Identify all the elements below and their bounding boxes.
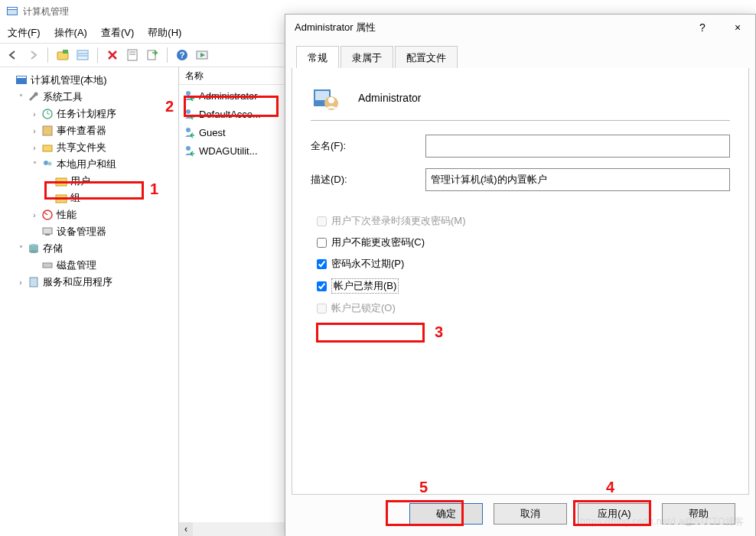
svg-rect-11 xyxy=(148,50,155,60)
close-button[interactable]: × xyxy=(720,16,755,39)
tree-device-manager[interactable]: 设备管理器 xyxy=(57,225,106,239)
user-name: Administrator xyxy=(199,90,258,102)
chk-disabled-lbl: 帐户已禁用(B) xyxy=(331,278,399,294)
tab-profile[interactable]: 配置文件 xyxy=(395,46,458,69)
ok-button[interactable]: 确定 xyxy=(409,503,483,525)
expand-icon[interactable]: ˅ xyxy=(29,159,40,170)
col-name: 名称 xyxy=(185,70,204,83)
svg-rect-1 xyxy=(8,8,17,9)
menu-view[interactable]: 查看(V) xyxy=(101,26,134,40)
dialog-titlebar[interactable]: Administrator 属性 ? × xyxy=(285,15,755,41)
tree-performance[interactable]: 性能 xyxy=(57,208,77,222)
annotation-label-1: 1 xyxy=(150,180,158,198)
annotation-label-5: 5 xyxy=(419,479,428,496)
back-button[interactable] xyxy=(5,47,21,63)
expand-icon[interactable]: › xyxy=(29,125,40,136)
disk-icon xyxy=(41,259,54,271)
main-title: 计算机管理 xyxy=(23,5,69,18)
svg-rect-20 xyxy=(43,126,52,135)
tree-services-apps[interactable]: 服务和应用程序 xyxy=(43,275,112,289)
details-icon[interactable] xyxy=(74,47,91,63)
menu-action[interactable]: 操作(A) xyxy=(54,26,87,40)
chk-never-expire-box[interactable] xyxy=(317,259,327,269)
user-name: Guest xyxy=(199,127,226,138)
user-name: WDAGUtilit... xyxy=(199,145,258,157)
tree-users[interactable]: 用户 xyxy=(70,174,90,188)
user-name: DefaultAcco... xyxy=(199,109,261,120)
app-icon xyxy=(6,5,18,18)
svg-rect-21 xyxy=(43,145,52,151)
chk-locked-box xyxy=(317,304,327,313)
expand-icon[interactable]: ˅ xyxy=(15,92,26,102)
blank-twist xyxy=(43,176,54,187)
svg-rect-4 xyxy=(63,50,68,54)
tree-event-viewer[interactable]: 事件查看器 xyxy=(57,124,106,138)
tab-general[interactable]: 常规 xyxy=(296,46,339,69)
svg-rect-24 xyxy=(56,178,67,186)
new-folder-icon[interactable] xyxy=(54,47,71,63)
run-icon[interactable] xyxy=(194,47,210,63)
check-change-next: 用户下次登录时须更改密码(M) xyxy=(317,214,730,228)
help-button[interactable]: ? xyxy=(685,16,720,39)
chk-change-next-box xyxy=(317,216,327,226)
tree-local-users-groups[interactable]: 本地用户和组 xyxy=(57,158,116,171)
tree-disk-management[interactable]: 磁盘管理 xyxy=(57,258,96,272)
menu-file[interactable]: 文件(F) xyxy=(8,26,41,40)
cancel-button[interactable]: 取消 xyxy=(494,503,567,525)
expand-icon[interactable]: › xyxy=(29,210,40,220)
expand-icon[interactable]: › xyxy=(15,277,26,287)
expand-icon[interactable]: › xyxy=(29,109,40,119)
user-arrow-icon xyxy=(184,108,196,120)
user-display-name: Administrator xyxy=(358,92,421,104)
annotation-label-4: 4 xyxy=(606,479,614,496)
svg-point-18 xyxy=(34,93,38,96)
tree-task-scheduler[interactable]: 任务计划程序 xyxy=(57,107,116,121)
svg-point-31 xyxy=(29,250,38,253)
check-disabled[interactable]: 帐户已禁用(B) xyxy=(317,278,730,294)
check-locked: 帐户已锁定(O) xyxy=(317,301,730,315)
user-arrow-icon xyxy=(184,89,196,102)
fullname-field[interactable] xyxy=(425,135,730,158)
delete-icon[interactable] xyxy=(104,47,121,63)
description-field[interactable] xyxy=(425,168,730,191)
services-icon xyxy=(28,276,40,288)
blank-twist xyxy=(29,226,40,237)
chk-cannot-change-box[interactable] xyxy=(317,238,327,248)
chk-locked-lbl: 帐户已锁定(O) xyxy=(331,301,396,315)
event-icon xyxy=(41,125,54,137)
svg-rect-17 xyxy=(17,76,26,78)
properties-dialog: Administrator 属性 ? × 常规 隶属于 配置文件 Adminis… xyxy=(285,14,756,536)
svg-point-34 xyxy=(186,91,191,96)
check-never-expire[interactable]: 密码永不过期(P) xyxy=(317,257,730,271)
check-cannot-change[interactable]: 用户不能更改密码(C) xyxy=(317,236,730,249)
forward-button[interactable] xyxy=(24,47,41,63)
chk-disabled-box[interactable] xyxy=(317,281,327,291)
clock-icon xyxy=(41,108,54,120)
tree-shared-folders[interactable]: 共享文件夹 xyxy=(57,141,106,154)
svg-point-35 xyxy=(186,109,191,114)
tab-memberof[interactable]: 隶属于 xyxy=(341,46,393,69)
svg-rect-5 xyxy=(77,50,88,60)
svg-point-23 xyxy=(48,162,52,166)
properties-icon[interactable] xyxy=(124,47,141,63)
twisty-icon[interactable] xyxy=(3,75,14,86)
help-icon[interactable]: ? xyxy=(174,47,191,63)
tree-system-tools[interactable]: 系统工具 xyxy=(43,90,83,104)
tree-root[interactable]: 计算机管理(本地) xyxy=(31,73,107,87)
tree-pane[interactable]: 计算机管理(本地) ˅系统工具 ›任务计划程序 ›事件查看器 ›共享文件夹 ˅本… xyxy=(0,67,179,536)
svg-rect-8 xyxy=(128,50,137,60)
menu-help[interactable]: 帮助(H) xyxy=(148,26,181,40)
tree-groups[interactable]: 组 xyxy=(70,191,80,205)
blank-twist xyxy=(29,260,40,271)
expand-icon[interactable]: › xyxy=(29,142,40,153)
user-arrow-icon xyxy=(184,126,196,138)
svg-text:?: ? xyxy=(180,50,185,60)
export-icon[interactable] xyxy=(144,47,161,63)
scroll-left-icon[interactable]: ‹ xyxy=(179,522,193,536)
expand-icon[interactable]: ˅ xyxy=(15,243,26,254)
annotation-label-3: 3 xyxy=(435,323,443,341)
tree-storage[interactable]: 存储 xyxy=(43,242,63,255)
toolbar-sep xyxy=(97,47,98,63)
svg-rect-2 xyxy=(8,10,17,15)
svg-point-36 xyxy=(186,128,191,132)
